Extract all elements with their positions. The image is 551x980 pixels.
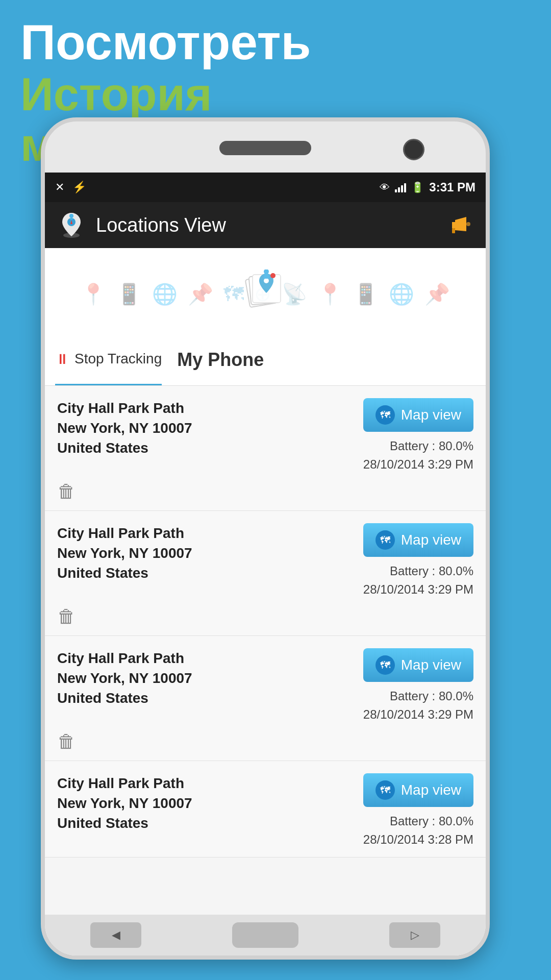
location-list: City Hall Park Path New York, NY 10007 U… xyxy=(45,386,486,857)
locations-view-icon xyxy=(57,211,86,239)
address-line2: New York, NY 10007 xyxy=(57,668,353,688)
location-right: 🗺 Map view Battery : 80.0% 28/10/2014 3:… xyxy=(363,398,473,474)
stop-tracking-label: Stop Tracking xyxy=(74,351,162,367)
location-datetime: 28/10/2014 3:29 PM xyxy=(363,455,473,474)
battery-icon: 🔋 xyxy=(411,181,424,193)
svg-rect-3 xyxy=(452,228,455,233)
bottom-nav: ◀ ▷ xyxy=(45,915,486,955)
status-bar: ✕ ⚡ 👁 🔋 3:31 PM xyxy=(45,173,486,202)
back-button[interactable]: ◀ xyxy=(90,922,141,948)
map-view-btn-icon: 🗺 xyxy=(375,405,395,425)
location-datetime: 28/10/2014 3:29 PM xyxy=(363,580,473,599)
location-item: City Hall Park Path New York, NY 10007 U… xyxy=(45,761,486,857)
map-view-button[interactable]: 🗺 Map view xyxy=(363,398,473,432)
location-item: City Hall Park Path New York, NY 10007 U… xyxy=(45,636,486,761)
app-bar-title: Locations View xyxy=(96,214,445,236)
status-icons-left: ✕ ⚡ xyxy=(55,181,86,194)
location-meta: Battery : 80.0% 28/10/2014 3:29 PM xyxy=(363,687,473,724)
location-item-inner: City Hall Park Path New York, NY 10007 U… xyxy=(57,773,473,849)
location-item-inner: City Hall Park Path New York, NY 10007 U… xyxy=(57,648,473,724)
battery-level: Battery : 80.0% xyxy=(363,687,473,705)
delete-icon[interactable]: 🗑 xyxy=(57,481,473,502)
battery-level: Battery : 80.0% xyxy=(363,562,473,580)
phone-body: ✕ ⚡ 👁 🔋 3:31 PM xyxy=(41,117,490,960)
signal-strength-icon xyxy=(395,182,406,192)
map-view-btn-icon: 🗺 xyxy=(375,655,395,675)
map-view-label: Map view xyxy=(401,657,461,673)
location-item: City Hall Park Path New York, NY 10007 U… xyxy=(45,386,486,511)
tab-stop-tracking[interactable]: ⏸ Stop Tracking xyxy=(55,340,162,385)
svg-point-10 xyxy=(270,273,276,278)
stop-icon: ⏸ xyxy=(55,351,69,368)
battery-level: Battery : 80.0% xyxy=(363,437,473,455)
location-meta: Battery : 80.0% 28/10/2014 3:29 PM xyxy=(363,562,473,599)
map-view-button[interactable]: 🗺 Map view xyxy=(363,773,473,807)
app-icon xyxy=(55,209,88,241)
location-item: City Hall Park Path New York, NY 10007 U… xyxy=(45,511,486,636)
address-line1: City Hall Park Path xyxy=(57,523,353,543)
address-line3: United States xyxy=(57,688,353,708)
usb-icon: ⚡ xyxy=(72,181,86,194)
location-right: 🗺 Map view Battery : 80.0% 28/10/2014 3:… xyxy=(363,523,473,599)
location-address-block: City Hall Park Path New York, NY 10007 U… xyxy=(57,398,363,458)
bg-title-white: Посмотреть xyxy=(20,15,551,69)
status-time: 3:31 PM xyxy=(429,180,475,194)
map-view-label: Map view xyxy=(401,532,461,548)
megaphone-svg xyxy=(448,213,472,237)
map-view-btn-icon: 🗺 xyxy=(375,530,395,550)
map-view-label: Map view xyxy=(401,782,461,798)
tabs-bar: ⏸ Stop Tracking My Phone xyxy=(45,340,486,386)
eye-icon: 👁 xyxy=(380,182,390,193)
address-line1: City Hall Park Path xyxy=(57,773,353,793)
recent-apps-button[interactable]: ▷ xyxy=(389,922,440,948)
location-meta: Battery : 80.0% 28/10/2014 3:28 PM xyxy=(363,812,473,849)
tab-my-phone[interactable]: My Phone xyxy=(177,349,264,377)
svg-point-4 xyxy=(466,222,470,226)
location-right: 🗺 Map view Battery : 80.0% 28/10/2014 3:… xyxy=(363,648,473,724)
location-datetime: 28/10/2014 3:29 PM xyxy=(363,705,473,724)
address-line3: United States xyxy=(57,438,353,458)
map-view-label: Map view xyxy=(401,407,461,423)
phone-speaker xyxy=(219,141,311,155)
delete-icon[interactable]: 🗑 xyxy=(57,731,473,752)
location-right: 🗺 Map view Battery : 80.0% 28/10/2014 3:… xyxy=(363,773,473,849)
phone-camera xyxy=(403,139,424,160)
delete-icon[interactable]: 🗑 xyxy=(57,606,473,627)
map-view-button[interactable]: 🗺 Map view xyxy=(363,648,473,682)
address-line2: New York, NY 10007 xyxy=(57,543,353,563)
battery-level: Battery : 80.0% xyxy=(363,812,473,830)
address-line1: City Hall Park Path xyxy=(57,398,353,418)
notification-icon[interactable] xyxy=(445,210,475,240)
missed-call-icon: ✕ xyxy=(55,181,64,194)
location-item-inner: City Hall Park Path New York, NY 10007 U… xyxy=(57,523,473,599)
address-line3: United States xyxy=(57,563,353,583)
address-line2: New York, NY 10007 xyxy=(57,793,353,813)
map-center-location-icon xyxy=(245,270,286,318)
app-bar: Locations View xyxy=(45,202,486,248)
center-location-svg xyxy=(245,270,286,310)
svg-point-9 xyxy=(264,270,269,274)
map-banner: 📍📱🌐📌🗺⊕📡 📍📱🌐📌 xyxy=(45,248,486,340)
svg-point-8 xyxy=(264,278,269,283)
location-address-block: City Hall Park Path New York, NY 10007 U… xyxy=(57,773,363,834)
location-address-block: City Hall Park Path New York, NY 10007 U… xyxy=(57,648,363,708)
phone-container: ✕ ⚡ 👁 🔋 3:31 PM xyxy=(41,117,551,980)
svg-point-2 xyxy=(69,214,73,218)
location-address-block: City Hall Park Path New York, NY 10007 U… xyxy=(57,523,363,583)
home-button[interactable] xyxy=(232,922,298,948)
content-area: ⏸ Stop Tracking My Phone City Hall Park … xyxy=(45,340,486,955)
map-view-button[interactable]: 🗺 Map view xyxy=(363,523,473,557)
address-line2: New York, NY 10007 xyxy=(57,418,353,438)
address-line1: City Hall Park Path xyxy=(57,648,353,668)
location-item-inner: City Hall Park Path New York, NY 10007 U… xyxy=(57,398,473,474)
status-icons-right: 👁 🔋 3:31 PM xyxy=(380,180,475,194)
location-meta: Battery : 80.0% 28/10/2014 3:29 PM xyxy=(363,437,473,474)
location-datetime: 28/10/2014 3:28 PM xyxy=(363,830,473,849)
address-line3: United States xyxy=(57,813,353,833)
map-view-btn-icon: 🗺 xyxy=(375,780,395,800)
